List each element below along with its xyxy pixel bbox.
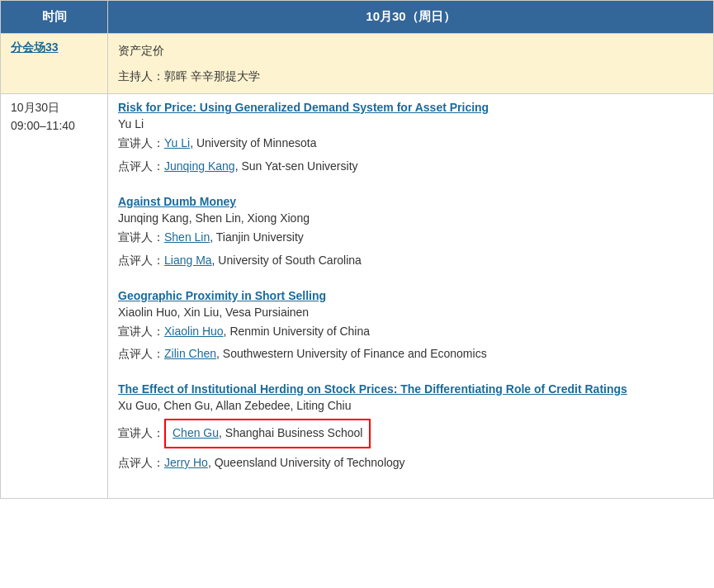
schedule-table: 时间 10月30（周日） 分会场33 资产定价 主持人：郭晖 辛辛那提大学 10… (0, 0, 714, 499)
paper-2-presenter-link[interactable]: Shen Lin (164, 230, 210, 244)
paper-3-presenter: 宣讲人：Xiaolin Huo, Renmin University of Ch… (118, 322, 703, 342)
session-label-cell: 分会场33 (1, 34, 108, 94)
paper-3-authors: Xiaolin Huo, Xin Liu, Vesa Pursiainen (118, 306, 703, 319)
paper-3-title[interactable]: Geographic Proximity in Short Selling (118, 289, 703, 302)
time-label: 09:00–11:40 (11, 119, 97, 132)
paper-1-authors: Yu Li (118, 117, 703, 130)
paper-1-presenter-link[interactable]: Yu Li (164, 136, 190, 149)
paper-4-presenter: 宣讲人：Chen Gu, Shanghai Business School (118, 415, 703, 448)
paper-4-block: The Effect of Institutional Herding on S… (118, 382, 703, 477)
paper-2-title[interactable]: Against Dumb Money (118, 195, 703, 208)
paper-1-title[interactable]: Risk for Price: Using Generalized Demand… (118, 101, 703, 114)
paper-3-discussant: 点评人：Zilin Chen, Southwestern University … (118, 344, 703, 364)
paper-3-discussant-link[interactable]: Zilin Chen (164, 347, 216, 360)
paper-2-discussant-link[interactable]: Liang Ma (164, 254, 212, 267)
paper-2-discussant: 点评人：Liang Ma, University of South Caroli… (118, 251, 703, 271)
paper-4-authors: Xu Guo, Chen Gu, Allan Zebedee, Liting C… (118, 399, 703, 412)
papers-row: 10月30日 09:00–11:40 Risk for Price: Using… (1, 94, 714, 498)
header-row: 时间 10月30（周日） (1, 1, 714, 34)
paper-1-presenter: 宣讲人：Yu Li, University of Minnesota (118, 134, 703, 154)
paper-2-presenter: 宣讲人：Shen Lin, Tianjin University (118, 228, 703, 248)
session-header-row: 分会场33 资产定价 主持人：郭晖 辛辛那提大学 (1, 34, 714, 94)
session-title: 资产定价 (118, 40, 703, 61)
paper-3-presenter-link[interactable]: Xiaolin Huo (164, 325, 224, 338)
session-info-cell: 资产定价 主持人：郭晖 辛辛那提大学 (108, 34, 714, 94)
paper-4-presenter-link[interactable]: Chen Gu (173, 426, 219, 439)
paper-1-discussant: 点评人：Junqing Kang, Sun Yat-sen University (118, 157, 703, 177)
paper-2-authors: Junqing Kang, Shen Lin, Xiong Xiong (118, 211, 703, 225)
time-cell: 10月30日 09:00–11:40 (1, 94, 108, 498)
paper-4-discussant-link[interactable]: Jerry Ho (164, 456, 208, 469)
paper-4-discussant: 点评人：Jerry Ho, Queensland University of T… (118, 453, 703, 473)
main-container: 时间 10月30（周日） 分会场33 资产定价 主持人：郭晖 辛辛那提大学 10… (0, 0, 714, 588)
paper-4-title[interactable]: The Effect of Institutional Herding on S… (118, 382, 703, 396)
session-label[interactable]: 分会场33 (11, 40, 59, 54)
header-time: 时间 (1, 1, 108, 34)
paper-1-block: Risk for Price: Using Generalized Demand… (118, 101, 703, 180)
header-date: 10月30（周日） (108, 1, 714, 34)
paper-1-discussant-link[interactable]: Junqing Kang (164, 159, 235, 173)
session-host: 主持人：郭晖 辛辛那提大学 (118, 66, 703, 87)
paper-2-block: Against Dumb Money Junqing Kang, Shen Li… (118, 195, 703, 274)
date-label: 10月30日 (11, 101, 97, 116)
papers-content-cell: Risk for Price: Using Generalized Demand… (108, 94, 714, 498)
paper-4-presenter-highlighted: Chen Gu, Shanghai Business School (164, 419, 371, 448)
paper-3-block: Geographic Proximity in Short Selling Xi… (118, 289, 703, 368)
